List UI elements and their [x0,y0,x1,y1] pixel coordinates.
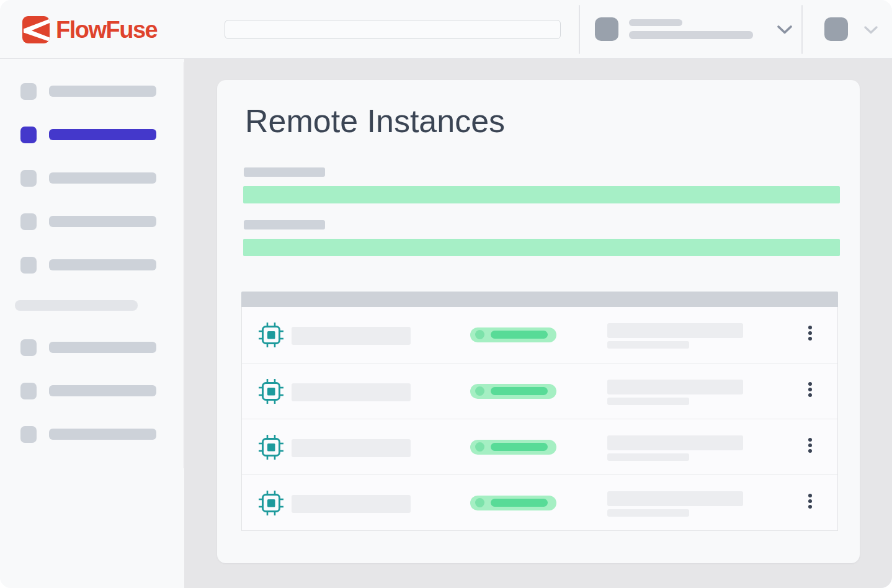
chevron-down-icon [777,25,793,35]
nav-icon-placeholder [20,170,37,187]
instance-meta-placeholder [607,491,743,506]
team-avatar [595,17,618,41]
field-label-placeholder [244,167,325,177]
chevron-down-icon [863,25,878,35]
row-actions-kebab-button[interactable] [803,435,817,459]
status-badge [470,384,556,399]
instance-meta-placeholder [607,435,743,450]
app-window: FlowFuse Remote Instances [0,0,892,588]
nav-icon-placeholder [20,83,37,100]
status-dot [475,330,484,339]
instance-name-placeholder [292,495,411,513]
nav-label-placeholder [49,429,156,440]
field-label-placeholder [244,220,325,229]
status-badge [470,496,556,510]
sidebar-nav-item[interactable] [0,383,184,404]
home-logo-link[interactable]: FlowFuse [22,0,157,59]
team-name-placeholder [629,19,682,26]
nav-label-placeholder [49,385,156,396]
status-dot [475,386,484,396]
field-value-bar-success [243,239,840,256]
sidebar-nav-item[interactable] [0,426,184,447]
brand-wordmark: FlowFuse [56,18,157,42]
status-text-placeholder [491,443,548,451]
nav-icon-placeholder [20,213,37,230]
global-search-input[interactable] [225,20,561,39]
nav-icon-placeholder [20,426,37,443]
status-dot [475,442,484,452]
sidebar-nav-item[interactable] [0,170,184,191]
page-title: Remote Instances [245,102,505,140]
nav-label-placeholder [49,129,156,140]
instance-name-placeholder [292,327,411,345]
sidebar-nav-item-active[interactable] [0,127,184,148]
instances-table [241,292,838,531]
status-dot [475,498,484,507]
nav-label-placeholder [49,259,156,270]
table-body [241,307,838,531]
status-text-placeholder [491,331,548,339]
device-chip-icon [258,378,284,404]
sidebar [0,59,184,588]
device-chip-icon [258,434,284,460]
instance-meta-placeholder [607,398,689,405]
team-detail-placeholder [629,31,753,39]
instance-row[interactable] [242,363,837,419]
topbar-divider [801,5,803,54]
status-badge [470,440,556,455]
user-menu[interactable] [824,0,883,59]
status-badge [470,327,556,342]
instance-name-placeholder [292,439,411,457]
nav-label-placeholder [49,216,156,227]
team-selector[interactable] [589,0,797,59]
nav-icon-placeholder [20,127,37,143]
sidebar-nav-item[interactable] [0,257,184,278]
nav-icon-placeholder [20,257,37,274]
instance-meta-placeholder [607,453,689,461]
main-content: Remote Instances [184,59,892,588]
table-header-placeholder [241,292,838,307]
instance-row[interactable] [242,307,837,363]
instance-meta-placeholder [607,380,743,394]
instance-row[interactable] [242,419,837,474]
status-text-placeholder [491,499,548,507]
instance-row[interactable] [242,474,837,530]
sidebar-nav-item[interactable] [0,339,184,360]
topbar-divider [579,5,580,54]
nav-label-placeholder [49,86,156,97]
nav-label-placeholder [49,172,156,184]
instance-meta-placeholder [607,323,743,338]
device-chip-icon [258,490,284,516]
instance-meta-placeholder [607,509,689,517]
page-card: Remote Instances [217,80,860,563]
device-chip-icon [258,322,284,348]
nav-icon-placeholder [20,383,37,399]
row-actions-kebab-button[interactable] [803,380,817,403]
row-actions-kebab-button[interactable] [803,323,817,347]
status-text-placeholder [491,387,548,395]
nav-label-placeholder [49,342,156,353]
sidebar-nav-item[interactable] [0,213,184,234]
user-avatar [824,17,848,41]
instance-meta-placeholder [607,341,689,349]
topbar: FlowFuse [0,0,892,59]
sidebar-nav-item[interactable] [0,83,184,104]
field-value-bar-success [243,186,840,203]
flowfuse-logo-icon [22,16,50,43]
sidebar-section-label-placeholder [15,300,138,311]
instance-name-placeholder [292,383,411,401]
nav-icon-placeholder [20,339,37,356]
row-actions-kebab-button[interactable] [803,491,817,515]
